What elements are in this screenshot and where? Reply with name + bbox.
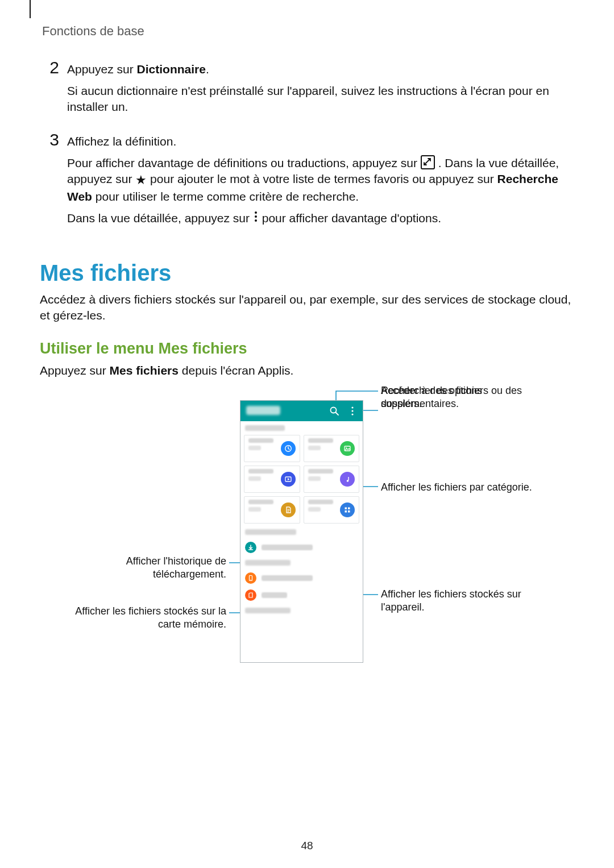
- device-icon: [245, 572, 256, 584]
- callout-download-history: Afficher l'historique de téléchargement.: [63, 555, 226, 580]
- text: Pour afficher davantage de définitions o…: [67, 156, 421, 169]
- document-icon: [281, 502, 296, 517]
- step-body: Affichez la définition. Pour afficher da…: [67, 131, 574, 232]
- svg-point-0: [255, 211, 257, 214]
- svg-point-5: [351, 407, 353, 409]
- row-label-blur: [262, 575, 313, 581]
- text: .: [206, 63, 209, 76]
- app-header: [240, 401, 363, 421]
- row-download-history[interactable]: [240, 539, 363, 556]
- sd-card-icon: [245, 589, 256, 601]
- text: pour ajouter le mot à votre liste de ter…: [150, 172, 497, 185]
- section-label-blur: [245, 529, 363, 538]
- video-icon: [281, 472, 296, 487]
- search-icon[interactable]: [329, 405, 340, 417]
- music-icon: [340, 472, 355, 487]
- apps-icon: [340, 502, 355, 517]
- step-2-line1: Appuyez sur Dictionnaire.: [67, 61, 574, 77]
- text: depuis l'écran Applis.: [179, 364, 293, 377]
- svg-point-18: [250, 580, 251, 580]
- header-rule: [30, 0, 31, 18]
- text: pour afficher davantage d'options.: [262, 211, 441, 225]
- row-label-blur: [262, 592, 287, 598]
- svg-point-6: [351, 410, 353, 412]
- callout-categories: Afficher les fichiers par catégorie.: [381, 481, 563, 494]
- star-icon: ★: [135, 172, 147, 189]
- svg-point-12: [347, 480, 349, 482]
- expand-icon: [421, 155, 435, 169]
- row-label-blur: [262, 545, 313, 550]
- section-label-blur: [245, 425, 363, 434]
- text: Afficher les fichiers stockés sur: [381, 588, 521, 600]
- step-2: 2 Appuyez sur Dictionnaire. Si aucun dic…: [40, 59, 574, 121]
- svg-rect-14: [348, 508, 350, 510]
- text: l'appareil.: [381, 601, 424, 613]
- step-number: 3: [40, 131, 59, 148]
- callout-device-storage: Afficher les fichiers stockés sur l'appa…: [381, 588, 551, 613]
- svg-point-1: [255, 215, 257, 218]
- breadcrumb: Fonctions de base: [42, 23, 574, 40]
- step-3-para3: Dans la vue détaillée, appuyez sur pour …: [67, 210, 574, 226]
- text: Afficher les fichiers stockés sur la: [75, 605, 226, 617]
- numbered-steps: 2 Appuyez sur Dictionnaire. Si aucun dic…: [40, 59, 574, 232]
- section-label-blur: [245, 560, 363, 568]
- phone-screenshot: [240, 400, 363, 663]
- text: Dans la vue détaillée, appuyez sur: [67, 211, 253, 225]
- tile-recent[interactable]: [244, 435, 300, 462]
- text: Appuyez sur: [67, 63, 137, 76]
- bold-dictionnaire: Dictionnaire: [137, 63, 206, 76]
- svg-point-7: [351, 414, 353, 416]
- tile-documents[interactable]: [244, 496, 300, 524]
- row-sd-card[interactable]: [240, 587, 363, 604]
- tile-videos[interactable]: [244, 466, 300, 493]
- tile-images[interactable]: [304, 435, 360, 462]
- more-menu-icon[interactable]: [347, 405, 358, 417]
- svg-rect-13: [345, 508, 347, 510]
- callout-sd-card: Afficher les fichiers stockés sur la car…: [63, 605, 226, 630]
- step-body: Appuyez sur Dictionnaire. Si aucun dicti…: [67, 59, 574, 121]
- subsection-instruction: Appuyez sur Mes fichiers depuis l'écran …: [40, 363, 574, 379]
- download-icon: [245, 542, 256, 553]
- step-3: 3 Affichez la définition. Pour afficher …: [40, 131, 574, 232]
- svg-line-4: [336, 413, 339, 416]
- step-number: 2: [40, 59, 59, 76]
- section-title-mes-fichiers: Mes fichiers: [40, 258, 574, 288]
- text: téléchargement.: [153, 568, 226, 580]
- subsection-title: Utiliser le menu Mes fichiers: [40, 338, 574, 359]
- category-tiles: [240, 435, 363, 524]
- more-options-icon: [253, 210, 259, 226]
- tile-audio[interactable]: [304, 466, 360, 493]
- image-icon: [340, 441, 355, 456]
- step-3-para2: Pour afficher davantage de définitions o…: [67, 155, 574, 205]
- figure-my-files: Rechercher des fichiers ou des dossiers.…: [40, 384, 574, 691]
- bold-mes-fichiers: Mes fichiers: [110, 364, 179, 377]
- page-number: 48: [0, 838, 614, 853]
- clock-icon: [281, 441, 296, 456]
- step-2-para: Si aucun dictionnaire n'est préinstallé …: [67, 83, 574, 115]
- app-title-blur: [246, 406, 280, 415]
- svg-rect-15: [345, 510, 347, 513]
- svg-rect-16: [348, 510, 350, 513]
- text: Appuyez sur: [40, 364, 110, 377]
- svg-point-2: [255, 219, 257, 222]
- section-label-blur: [245, 608, 363, 616]
- section-intro: Accédez à divers fichiers stockés sur l'…: [40, 292, 574, 324]
- step-3-line1: Affichez la définition.: [67, 134, 574, 149]
- manual-page: Fonctions de base 2 Appuyez sur Dictionn…: [0, 0, 614, 868]
- callout-more-options: Accéder à des options supplémentaires.: [381, 384, 529, 410]
- row-device-storage[interactable]: [240, 570, 363, 587]
- text: Afficher l'historique de: [126, 555, 226, 567]
- text: pour utiliser le terme comme critère de …: [96, 190, 359, 203]
- tile-downloads[interactable]: [304, 496, 360, 524]
- text: carte mémoire.: [158, 618, 226, 630]
